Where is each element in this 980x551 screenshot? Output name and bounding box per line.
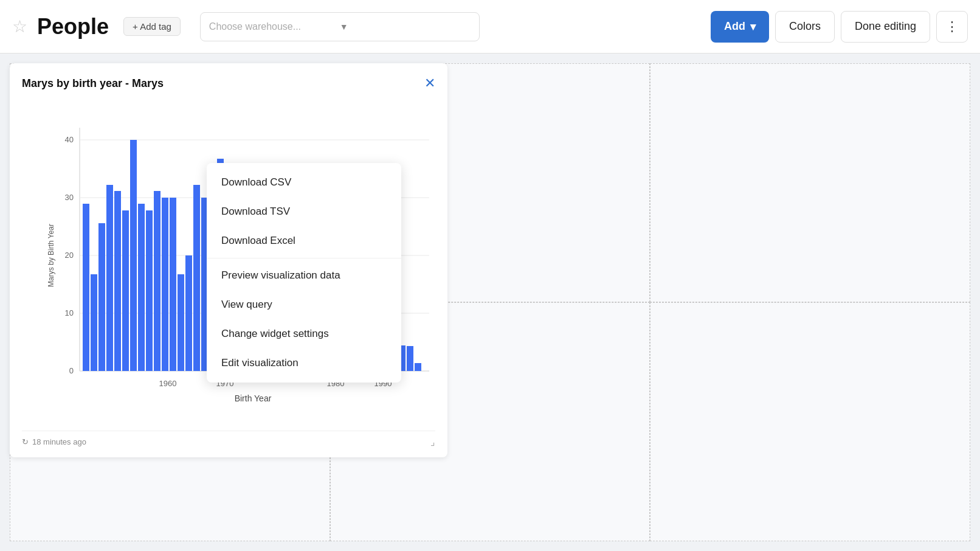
svg-rect-26 (185, 255, 192, 371)
svg-text:0: 0 (69, 366, 74, 375)
grid-cell-3 (650, 63, 970, 302)
svg-text:1960: 1960 (159, 379, 177, 388)
download-csv-option[interactable]: Download CSV (207, 168, 401, 197)
add-tag-button[interactable]: + Add tag (123, 17, 181, 36)
svg-rect-14 (91, 274, 97, 371)
edit-viz-option[interactable]: Edit visualization (207, 348, 401, 378)
add-button[interactable]: Add ▾ (711, 11, 769, 43)
close-button[interactable]: ✕ (424, 75, 435, 91)
svg-rect-19 (130, 140, 137, 371)
header-actions: Add ▾ Colors Done editing ⋮ (711, 11, 968, 43)
chevron-down-icon: ▼ (340, 22, 471, 32)
grid-cell-6 (650, 302, 970, 541)
svg-rect-23 (162, 198, 168, 371)
svg-rect-20 (138, 204, 145, 371)
svg-rect-13 (83, 204, 89, 371)
widget-header: Marys by birth year - Marys ✕ (22, 75, 435, 91)
svg-rect-22 (154, 191, 160, 371)
svg-rect-24 (170, 198, 176, 371)
svg-text:Birth Year: Birth Year (235, 393, 272, 403)
svg-text:10: 10 (65, 308, 74, 317)
warehouse-placeholder: Choose warehouse... (209, 21, 340, 32)
resize-handle[interactable]: ⌟ (430, 436, 435, 448)
more-options-button[interactable]: ⋮ (936, 11, 968, 43)
header: ☆ People + Add tag Choose warehouse... ▼… (0, 0, 980, 54)
view-query-option[interactable]: View query (207, 290, 401, 319)
refresh-info: ↻ 18 minutes ago (22, 437, 86, 446)
svg-text:Marys by Birth Year: Marys by Birth Year (47, 224, 55, 287)
svg-rect-18 (122, 210, 129, 371)
widget-title: Marys by birth year - Marys (22, 77, 164, 90)
svg-rect-21 (146, 210, 153, 371)
done-editing-button[interactable]: Done editing (841, 11, 930, 43)
warehouse-select[interactable]: Choose warehouse... ▼ (200, 12, 480, 41)
svg-rect-27 (193, 185, 200, 371)
preview-viz-option[interactable]: Preview visualization data (207, 261, 401, 290)
star-icon[interactable]: ☆ (12, 16, 27, 36)
svg-rect-55 (415, 363, 421, 371)
dropdown-menu: Download CSVDownload TSVDownload ExcelPr… (207, 163, 401, 383)
svg-rect-15 (98, 223, 105, 371)
more-icon: ⋮ (945, 19, 959, 35)
svg-rect-25 (178, 274, 184, 371)
download-tsv-option[interactable]: Download TSV (207, 197, 401, 226)
main-area: Marys by birth year - Marys ✕ 0 10 20 (0, 54, 980, 551)
svg-text:40: 40 (65, 135, 74, 144)
dropdown-divider (207, 258, 401, 258)
chevron-down-icon: ▾ (750, 20, 756, 33)
download-excel-option[interactable]: Download Excel (207, 226, 401, 255)
svg-text:30: 30 (65, 193, 74, 202)
svg-rect-17 (114, 191, 121, 371)
widget-footer: ↻ 18 minutes ago ⌟ (22, 431, 435, 448)
page-title: People (37, 14, 109, 40)
svg-text:20: 20 (65, 251, 74, 260)
svg-rect-54 (407, 346, 413, 371)
refresh-icon: ↻ (22, 437, 29, 446)
svg-rect-16 (106, 185, 113, 371)
refresh-time: 18 minutes ago (32, 437, 86, 446)
change-widget-option[interactable]: Change widget settings (207, 319, 401, 348)
colors-button[interactable]: Colors (775, 11, 835, 43)
